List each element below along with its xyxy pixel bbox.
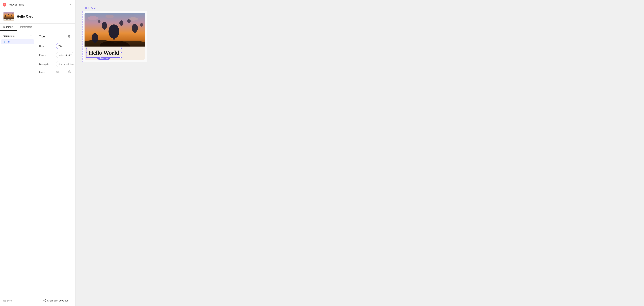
params-title: Parameters (3, 35, 14, 37)
svg-point-31 (120, 20, 124, 26)
share-button[interactable]: Share with developer (40, 298, 72, 303)
svg-point-6 (6, 13, 7, 14)
layer-field-row: Layer Title (39, 70, 71, 74)
detail-title: Title (39, 35, 45, 38)
svg-point-3 (5, 15, 6, 16)
tab-parameters[interactable]: Parameters (17, 24, 36, 31)
hug-badge: Hug × Hug (98, 57, 110, 60)
svg-point-39 (106, 15, 114, 18)
panel-footer: No errors Share with developer (0, 295, 75, 306)
name-label: Name (39, 45, 56, 47)
layer-value: Title (56, 71, 60, 73)
svg-point-8 (68, 71, 71, 73)
title-selection-box: Hello World Hug × Hug (86, 48, 121, 58)
detail-header: Title (39, 34, 71, 39)
name-field-row: Name (39, 43, 71, 49)
description-input[interactable] (56, 61, 75, 67)
svg-point-26 (108, 24, 119, 38)
delete-parameter-button[interactable] (67, 34, 71, 39)
target-layer-button[interactable] (68, 70, 71, 74)
svg-point-38 (88, 16, 98, 20)
property-field-row: Property text-content visibility image-s… (39, 52, 71, 58)
svg-point-33 (132, 24, 138, 32)
property-label: Property (39, 54, 56, 56)
handle-tr (120, 47, 122, 49)
canvas-component-label: ✦ Hello Card (82, 7, 147, 9)
canvas-area: ✦ Hello Card (76, 0, 644, 306)
handle-ml (86, 52, 88, 53)
layer-value-row: Title (56, 70, 71, 74)
thumb-image (4, 12, 14, 18)
hello-card: Hello World Hug × Hug (84, 13, 145, 60)
component-thumbnail: Hello World (3, 12, 14, 21)
svg-point-29 (102, 22, 107, 29)
share-label: Share with developer (47, 299, 69, 302)
more-options-button[interactable]: ⋮ (66, 14, 72, 19)
relay-logo (3, 3, 6, 6)
param-type-icon: T (4, 41, 5, 43)
component-name: Hello Card (17, 14, 66, 18)
content-area: Parameters + T Title Title Name (0, 31, 75, 295)
close-button[interactable]: × (69, 2, 72, 7)
svg-point-36 (98, 20, 100, 23)
panel-header: Relay for Figma × (0, 0, 75, 9)
handle-mr (120, 52, 122, 53)
svg-line-17 (44, 300, 45, 301)
svg-point-15 (45, 301, 46, 302)
canvas-component-name: Hello Card (85, 7, 96, 9)
layer-label: Layer (39, 71, 56, 73)
name-input[interactable] (56, 43, 75, 49)
svg-point-16 (43, 300, 44, 301)
handle-br (120, 57, 122, 58)
tab-summary[interactable]: Summary (0, 24, 17, 31)
svg-point-37 (140, 23, 143, 27)
svg-rect-32 (121, 26, 122, 26)
nav-tabs: Summary Parameters (0, 24, 75, 31)
left-panel: Relay for Figma × (0, 0, 76, 306)
card-title-wrapper: Hello World Hug × Hug (84, 46, 145, 60)
param-item-title[interactable]: T Title (1, 39, 34, 44)
property-select[interactable]: text-content visibility image-source (56, 52, 74, 58)
thumb-text: Hello World (4, 18, 14, 20)
svg-point-4 (8, 14, 9, 15)
svg-rect-34 (134, 32, 136, 33)
param-name: Title (6, 40, 10, 43)
svg-point-1 (4, 4, 4, 5)
svg-point-9 (69, 71, 70, 72)
svg-rect-30 (104, 29, 105, 30)
params-sidebar: Parameters + T Title (0, 31, 35, 295)
detail-panel: Title Name Property text-content visibil… (35, 31, 75, 295)
handle-bl (86, 57, 88, 58)
svg-point-40 (128, 17, 138, 20)
svg-line-18 (44, 301, 45, 301)
canvas-component-border: Hello World Hug × Hug (82, 11, 147, 62)
card-image (84, 13, 145, 46)
component-badge-icon: ✦ (82, 7, 84, 9)
svg-point-7 (12, 13, 13, 14)
svg-point-14 (45, 300, 46, 300)
app-title: Relay for Figma (8, 3, 24, 6)
description-label: Description (39, 63, 56, 65)
params-header: Parameters + (0, 33, 35, 39)
component-header: Hello World Hello Card ⋮ (0, 9, 75, 24)
svg-rect-2 (4, 12, 14, 18)
header-left: Relay for Figma (3, 3, 24, 6)
handle-tl (86, 47, 88, 49)
no-errors-status: No errors (3, 300, 12, 302)
hello-world-title: Hello World (88, 49, 119, 56)
add-parameter-button[interactable]: + (29, 34, 32, 38)
svg-point-23 (92, 33, 98, 42)
description-field-row: Description (39, 61, 71, 67)
svg-point-5 (11, 14, 12, 16)
